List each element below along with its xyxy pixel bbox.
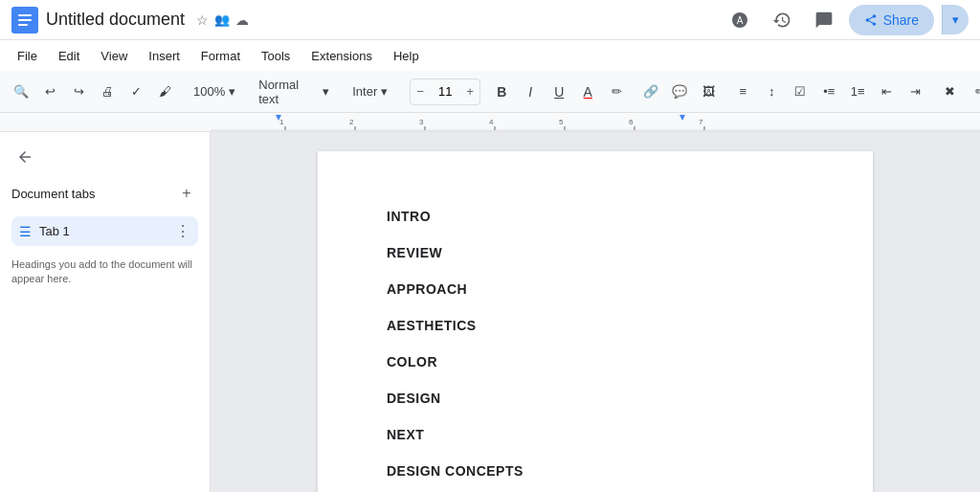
people-icon[interactable]: 👥 xyxy=(214,12,230,27)
title-icons: ☆ 👥 ☁ xyxy=(196,12,249,28)
heading-aesthetics: AESTHETICS xyxy=(387,318,804,333)
indent-dec-btn[interactable]: ⇤ xyxy=(873,78,900,106)
font-chevron: ▾ xyxy=(381,84,388,99)
image-btn[interactable]: 🖼 xyxy=(695,78,722,106)
toolbar: 🔍 ↩ ↪ 🖨 ✓ 🖌 100% ▾ Normal text ▾ Inter ▾… xyxy=(0,71,980,113)
align-btn[interactable]: ≡ xyxy=(729,78,756,106)
menu-bar: File Edit View Insert Format Tools Exten… xyxy=(0,40,980,71)
add-tab-button[interactable]: + xyxy=(175,182,198,205)
bold-btn[interactable]: B xyxy=(488,78,515,106)
menu-edit[interactable]: Edit xyxy=(49,45,89,67)
link-btn[interactable]: 🔗 xyxy=(637,78,664,106)
font-size-input[interactable] xyxy=(430,84,460,99)
share-label: Share xyxy=(883,12,919,28)
heading-design: DESIGN xyxy=(387,391,804,406)
highlight-btn[interactable]: ✏ xyxy=(603,78,630,106)
svg-rect-1 xyxy=(18,14,32,16)
font-size-increase-btn[interactable]: + xyxy=(460,78,479,105)
clear-format-btn[interactable]: ✖ xyxy=(936,78,963,106)
ruler: 1 2 3 4 5 6 7 xyxy=(0,113,980,132)
comments-icon[interactable] xyxy=(807,3,841,37)
history-icon[interactable] xyxy=(765,3,799,37)
menu-view[interactable]: View xyxy=(91,45,137,67)
svg-text:2: 2 xyxy=(349,118,354,126)
sidebar: Document tabs + ☰ Tab 1 ⋮ Headings you a… xyxy=(0,132,211,492)
heading-color: COLOR xyxy=(387,354,804,369)
zoom-value: 100% xyxy=(193,84,225,99)
doc-title[interactable]: Untitled document xyxy=(46,10,185,30)
svg-rect-2 xyxy=(18,19,32,21)
font-size-controls: − + xyxy=(410,78,480,105)
doc-page: INTRO REVIEW APPROACH AESTHETICS COLOR D… xyxy=(318,151,873,492)
back-button[interactable] xyxy=(11,144,38,170)
numbered-list-btn[interactable]: 1≡ xyxy=(844,78,871,106)
svg-text:4: 4 xyxy=(489,118,494,126)
edit-mode-btn[interactable]: ✏ xyxy=(967,78,980,106)
heading-approach: APPROACH xyxy=(387,281,804,297)
heading-intro: INTRO xyxy=(387,209,804,224)
undo-btn[interactable]: ↩ xyxy=(36,78,63,106)
tab-1-item[interactable]: ☰ Tab 1 ⋮ xyxy=(11,216,198,246)
heading-design-concepts: DESIGN CONCEPTS xyxy=(387,463,804,479)
title-bar-left: Untitled document ☆ 👥 ☁ xyxy=(11,7,723,34)
style-value: Normal text xyxy=(258,78,319,106)
star-icon[interactable]: ☆ xyxy=(196,12,209,28)
menu-tools[interactable]: Tools xyxy=(252,45,300,67)
menu-help[interactable]: Help xyxy=(384,45,429,67)
menu-insert[interactable]: Insert xyxy=(139,45,189,67)
style-dropdown[interactable]: Normal text ▾ xyxy=(251,78,337,106)
zoom-dropdown[interactable]: 100% ▾ xyxy=(186,78,243,106)
font-value: Inter xyxy=(352,84,377,99)
menu-file[interactable]: File xyxy=(8,45,47,67)
spellcheck-btn[interactable]: ✓ xyxy=(122,78,149,106)
sidebar-hint: Headings you add to the document will ap… xyxy=(11,257,198,287)
svg-text:7: 7 xyxy=(699,118,703,126)
sidebar-title: Document tabs xyxy=(11,187,95,201)
share-dropdown-button[interactable]: ▾ xyxy=(942,5,969,34)
font-dropdown[interactable]: Inter ▾ xyxy=(345,78,402,106)
paint-format-btn[interactable]: 🖌 xyxy=(151,78,178,106)
app-logo xyxy=(11,7,38,34)
checklist-btn[interactable]: ☑ xyxy=(787,78,813,106)
comment-btn[interactable]: 💬 xyxy=(666,78,693,106)
svg-text:6: 6 xyxy=(629,118,634,126)
sidebar-header: Document tabs + xyxy=(11,182,198,205)
svg-rect-3 xyxy=(18,24,28,26)
underline-btn[interactable]: U xyxy=(546,78,572,106)
italic-btn[interactable]: I xyxy=(517,78,544,106)
doc-area[interactable]: INTRO REVIEW APPROACH AESTHETICS COLOR D… xyxy=(211,132,980,492)
cloud-icon[interactable]: ☁ xyxy=(235,12,249,28)
search-toolbar-btn[interactable]: 🔍 xyxy=(8,78,34,106)
svg-marker-22 xyxy=(679,115,685,121)
ruler-content: 1 2 3 4 5 6 7 xyxy=(211,113,980,131)
text-color-btn[interactable]: A xyxy=(574,78,601,106)
title-bar: Untitled document ☆ 👥 ☁ A Share ▾ xyxy=(0,0,980,40)
menu-format[interactable]: Format xyxy=(191,45,250,67)
sidebar-back xyxy=(11,144,198,170)
tab-more-icon[interactable]: ⋮ xyxy=(175,222,190,240)
style-chevron: ▾ xyxy=(323,84,329,99)
svg-text:A: A xyxy=(736,15,743,26)
share-button[interactable]: Share xyxy=(849,5,934,35)
spelling-icon[interactable]: A xyxy=(723,3,757,37)
menu-extensions[interactable]: Extensions xyxy=(301,45,382,67)
print-btn[interactable]: 🖨 xyxy=(94,78,121,106)
zoom-chevron: ▾ xyxy=(229,84,235,99)
line-spacing-btn[interactable]: ↕ xyxy=(758,78,785,106)
indent-inc-btn[interactable]: ⇥ xyxy=(902,78,928,106)
title-bar-right: A Share ▾ xyxy=(723,3,969,37)
redo-btn[interactable]: ↪ xyxy=(65,78,92,106)
font-size-decrease-btn[interactable]: − xyxy=(411,78,430,105)
heading-review: REVIEW xyxy=(387,245,804,260)
heading-next: NEXT xyxy=(387,427,804,442)
tab-icon: ☰ xyxy=(19,224,32,239)
svg-text:3: 3 xyxy=(419,118,424,126)
bullet-list-btn[interactable]: •≡ xyxy=(815,78,842,106)
main-area: Document tabs + ☰ Tab 1 ⋮ Headings you a… xyxy=(0,132,980,492)
tab-1-label: Tab 1 xyxy=(39,224,167,238)
svg-text:1: 1 xyxy=(279,118,284,126)
svg-text:5: 5 xyxy=(559,118,564,126)
